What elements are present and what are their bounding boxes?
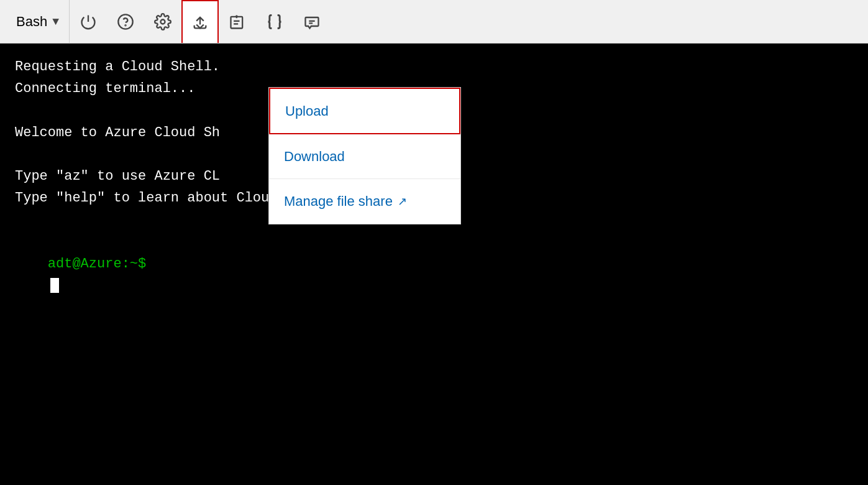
new-tab-button[interactable] bbox=[219, 0, 256, 43]
braces-icon bbox=[266, 13, 283, 30]
terminal-prompt-line: adt@Azure:~$ bbox=[15, 231, 853, 319]
settings-button[interactable] bbox=[144, 0, 181, 43]
help-button[interactable] bbox=[107, 0, 144, 43]
shell-label: Bash bbox=[16, 14, 47, 30]
terminal-prompt: adt@Azure:~$ bbox=[48, 256, 146, 272]
download-menu-item[interactable]: Download bbox=[269, 134, 460, 179]
code-button[interactable] bbox=[256, 0, 293, 43]
upload-download-button[interactable] bbox=[181, 0, 219, 43]
toolbar: Bash ▼ bbox=[0, 0, 868, 44]
terminal-line-1: Requesting a Cloud Shell. bbox=[15, 56, 853, 78]
svg-rect-4 bbox=[231, 16, 242, 28]
manage-file-share-menu-item[interactable]: Manage file share ↗ bbox=[269, 179, 460, 223]
terminal-cursor bbox=[50, 278, 59, 293]
svg-point-1 bbox=[125, 25, 126, 25]
upload-label: Upload bbox=[285, 100, 329, 122]
manage-file-share-label: Manage file share bbox=[284, 190, 393, 212]
terminal: Requesting a Cloud Shell. Connecting ter… bbox=[0, 44, 868, 485]
gear-icon bbox=[154, 13, 171, 30]
upload-download-icon bbox=[191, 14, 209, 31]
download-label: Download bbox=[284, 146, 345, 167]
chevron-down-icon: ▼ bbox=[52, 16, 59, 28]
power-button[interactable] bbox=[70, 0, 107, 43]
toolbar-icons bbox=[70, 0, 331, 43]
svg-point-2 bbox=[160, 19, 165, 24]
shell-selector[interactable]: Bash ▼ bbox=[6, 0, 70, 43]
annotate-icon bbox=[303, 13, 321, 30]
power-icon bbox=[80, 13, 97, 30]
upload-download-menu: Upload Download Manage file share ↗ bbox=[268, 87, 461, 224]
external-link-icon: ↗ bbox=[398, 193, 407, 211]
question-icon bbox=[117, 13, 134, 30]
upload-menu-item[interactable]: Upload bbox=[269, 88, 460, 134]
new-tab-icon bbox=[229, 13, 246, 30]
annotate-button[interactable] bbox=[293, 0, 331, 43]
